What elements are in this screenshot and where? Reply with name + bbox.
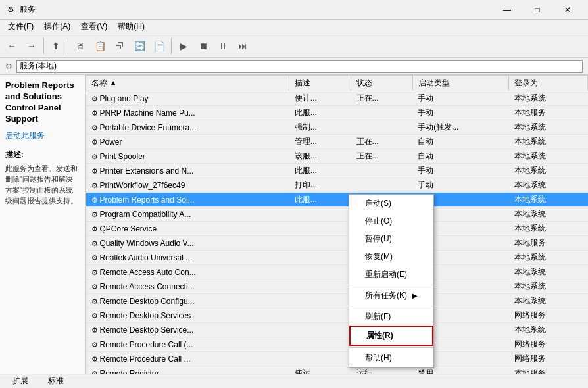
service-login-cell: 本地系统 <box>509 193 588 207</box>
service-name-cell: ⚙Remote Access Auto Con... <box>86 265 289 279</box>
col-name[interactable]: 名称 ▲ <box>86 76 289 91</box>
table-row[interactable]: ⚙Realtek Audio Universal ...本地系统 <box>86 251 588 265</box>
address-icon: ⚙ <box>5 62 12 71</box>
content-wrapper: Problem Reports and Solutions Control Pa… <box>0 75 588 374</box>
tab-extend[interactable]: 扩展 <box>5 374 36 388</box>
service-startup-cell: 自动 <box>412 149 508 164</box>
service-desc-cell: 该服... <box>289 149 351 164</box>
pause-service-button[interactable]: ⏸ <box>214 37 232 55</box>
col-startup[interactable]: 启动类型 <box>412 76 508 91</box>
service-desc-cell: 强制... <box>289 120 351 135</box>
context-stop[interactable]: 停止(O) <box>349 212 433 230</box>
service-login-cell: 本地系统 <box>509 294 588 308</box>
service-icon: ⚙ <box>91 355 98 363</box>
context-help[interactable]: 帮助(H) <box>349 349 433 367</box>
context-pause[interactable]: 暂停(U) <box>349 230 433 248</box>
context-all-tasks[interactable]: 所有任务(K) ▶ <box>349 287 433 304</box>
service-desc-cell <box>289 251 351 265</box>
service-desc-cell: 此服... <box>289 106 351 120</box>
table-row[interactable]: ⚙Power管理...正在...自动本地系统 <box>86 135 588 149</box>
restart-service-button[interactable]: ⏭ <box>233 37 252 55</box>
service-icon: ⚙ <box>91 283 98 291</box>
context-sep-1 <box>349 285 433 285</box>
maximize-button[interactable]: □ <box>522 0 552 20</box>
table-row[interactable]: ⚙PNRP Machine Name Pu...此服...手动本地服务 <box>86 106 588 120</box>
table-row[interactable]: ⚙Print Spooler该服...正在...自动本地系统 <box>86 149 588 164</box>
col-status[interactable]: 状态 <box>351 76 413 91</box>
window-controls: — □ ✕ <box>492 0 583 20</box>
table-row[interactable]: ⚙Remote Access Auto Con...本地系统 <box>86 265 588 279</box>
service-icon: ⚙ <box>91 326 98 334</box>
service-table: 名称 ▲ 描述 状态 启动类型 登录为 ⚙Plug and Play便计...正… <box>86 75 588 374</box>
service-status-cell: 正在... <box>351 149 413 164</box>
service-name-cell: ⚙Remote Procedure Call (... <box>86 337 289 352</box>
service-startup-cell: 手动 <box>412 178 508 193</box>
service-icon: ⚙ <box>91 268 98 276</box>
show-hide-button[interactable]: 🖥 <box>71 37 89 55</box>
address-bar: ⚙ 服务(本地) <box>0 58 588 75</box>
table-row[interactable]: ⚙Remote Procedure Call (...网络服务 <box>86 337 588 352</box>
context-sep-2 <box>349 306 433 306</box>
description-text: 此服务为查看、发送和删除"问题报告和解决方案"控制面板的系统级问题报告提供支持。 <box>5 163 80 206</box>
service-login-cell: 本地系统 <box>509 265 588 279</box>
tab-standard[interactable]: 标准 <box>41 374 71 388</box>
service-icon: ⚙ <box>91 341 98 349</box>
menu-action[interactable]: 操作(A) <box>39 20 76 34</box>
service-list-container[interactable]: 名称 ▲ 描述 状态 启动类型 登录为 ⚙Plug and Play便计...正… <box>86 75 588 374</box>
table-row[interactable]: ⚙Remote Desktop Service...本地系统 <box>86 323 588 337</box>
table-row[interactable]: ⚙QPCore Service本地系统 <box>86 222 588 236</box>
context-restart[interactable]: 重新启动(E) <box>349 266 433 283</box>
menu-view[interactable]: 查看(V) <box>76 20 112 34</box>
table-row[interactable]: ⚙Problem Reports and Sol...此服...手动本地系统 <box>86 193 588 207</box>
context-properties[interactable]: 属性(R) <box>349 326 433 346</box>
table-row[interactable]: ⚙Remote Procedure Call ...网络服务 <box>86 352 588 366</box>
start-service-link[interactable]: 启动此服务 <box>5 130 80 141</box>
service-desc-cell: 此服... <box>289 164 351 178</box>
refresh-button[interactable]: 🔄 <box>130 37 149 55</box>
service-icon: ⚙ <box>91 210 98 218</box>
service-icon: ⚙ <box>91 312 98 320</box>
start-service-button[interactable]: ▶ <box>174 37 193 55</box>
service-desc-cell <box>289 323 351 337</box>
service-name-cell: ⚙Remote Procedure Call ... <box>86 352 289 366</box>
table-row[interactable]: ⚙Remote Registry使运...运行禁用本地服务 <box>86 366 588 374</box>
toolbar-separator-2 <box>68 38 68 54</box>
context-start[interactable]: 启动(S) <box>349 195 433 212</box>
up-button[interactable]: ⬆ <box>47 37 65 55</box>
table-row[interactable]: ⚙Quality Windows Audio V...本地服务 <box>86 236 588 251</box>
context-resume[interactable]: 恢复(M) <box>349 248 433 266</box>
table-row[interactable]: ⚙Plug and Play便计...正在...手动本地系统 <box>86 91 588 106</box>
forward-button[interactable]: → <box>22 37 41 55</box>
service-name-cell: ⚙PrintWorkflow_27f6ec49 <box>86 178 289 193</box>
col-desc[interactable]: 描述 <box>289 76 351 91</box>
minimize-button[interactable]: — <box>492 0 522 20</box>
service-desc-cell: 打印... <box>289 178 351 193</box>
service-login-cell: 本地系统 <box>509 323 588 337</box>
service-login-cell: 本地系统 <box>509 178 588 193</box>
service-desc-cell <box>289 222 351 236</box>
scope-button[interactable]: 📋 <box>91 37 109 55</box>
back-button[interactable]: ← <box>3 37 21 55</box>
service-icon: ⚙ <box>91 124 98 132</box>
menu-help[interactable]: 帮助(H) <box>112 20 150 34</box>
table-row[interactable]: ⚙Remote Desktop Configu...本地系统 <box>86 294 588 308</box>
service-desc-cell <box>289 308 351 323</box>
close-button[interactable]: ✕ <box>552 0 583 20</box>
new-window-button[interactable]: 🗗 <box>110 37 129 55</box>
context-refresh[interactable]: 刷新(F) <box>349 308 433 326</box>
menu-file[interactable]: 文件(F) <box>3 20 39 34</box>
table-row[interactable]: ⚙Remote Desktop Services网络服务 <box>86 308 588 323</box>
table-row[interactable]: ⚙Printer Extensions and N...此服...手动本地系统 <box>86 164 588 178</box>
stop-service-button[interactable]: ⏹ <box>194 37 212 55</box>
table-row[interactable]: ⚙Portable Device Enumera...强制...手动(触发...… <box>86 120 588 135</box>
service-name-cell: ⚙Print Spooler <box>86 149 289 164</box>
properties-button[interactable]: 📄 <box>150 37 168 55</box>
table-row[interactable]: ⚙PrintWorkflow_27f6ec49打印...手动本地系统 <box>86 178 588 193</box>
table-row[interactable]: ⚙Program Compatibility A...本地系统 <box>86 207 588 222</box>
service-status-cell <box>351 120 413 135</box>
service-desc-cell <box>289 337 351 352</box>
service-icon: ⚙ <box>91 297 98 305</box>
table-row[interactable]: ⚙Remote Access Connecti...本地系统 <box>86 279 588 294</box>
col-login[interactable]: 登录为 <box>509 76 588 91</box>
service-name-cell: ⚙Portable Device Enumera... <box>86 120 289 135</box>
